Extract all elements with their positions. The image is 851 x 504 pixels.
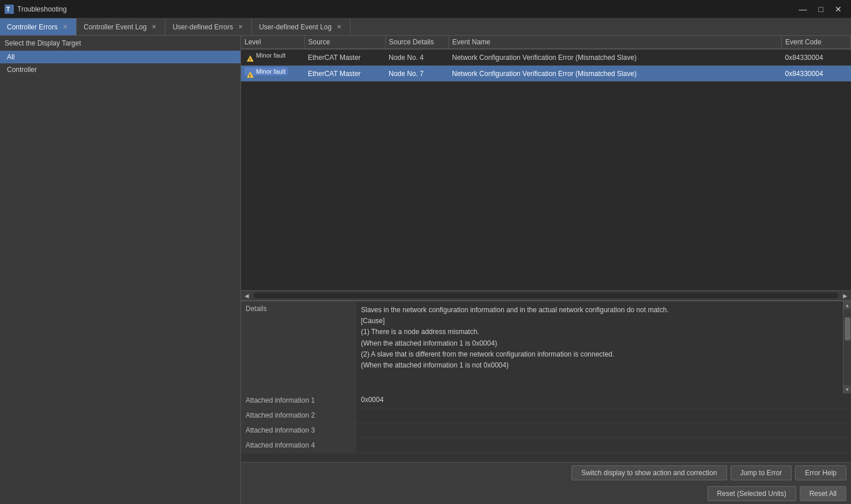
tab-close-user-defined-event-log[interactable]: ✕ [335, 23, 343, 31]
bottom-row-2: Reset (Selected Units) Reset All [241, 483, 851, 504]
attached-info-value-1: 0x0004 [356, 393, 851, 408]
display-target-header: Select the Display Target [0, 36, 240, 51]
attached-info-value-4 [356, 438, 851, 453]
reset-all-button[interactable]: Reset All [800, 486, 846, 501]
details-scroll-thumb[interactable] [845, 317, 850, 340]
attached-info-row: Attached information 3 [241, 423, 851, 438]
window-title: Troubleshooting [17, 5, 794, 13]
details-main: Details Slaves in the network configurat… [241, 301, 851, 393]
restore-button[interactable]: □ [814, 4, 828, 14]
tab-close-controller-event-log[interactable]: ✕ [150, 23, 158, 31]
horizontal-scrollbar[interactable]: ◀ ▶ [241, 290, 851, 301]
tab-user-defined-errors[interactable]: User-defined Errors ✕ [165, 18, 252, 35]
jump-to-error-button[interactable]: Jump to Error [730, 465, 792, 480]
attached-info-label-3: Attached information 3 [241, 423, 356, 438]
title-bar: T Troubleshooting — □ ✕ [0, 0, 851, 18]
bottom-bar: Switch display to show action and correc… [241, 462, 851, 504]
col-header-event-name: Event Name [449, 36, 782, 49]
scroll-left-arrow[interactable]: ◀ [242, 293, 251, 299]
details-scroll-down[interactable]: ▼ [844, 385, 852, 393]
table-row[interactable]: ! Minor fault EtherCAT MasterNode No. 7N… [241, 66, 851, 82]
scrollbar-track[interactable] [254, 293, 838, 298]
tab-close-user-defined-errors[interactable]: ✕ [236, 23, 244, 31]
details-scrollbar[interactable]: ▲ ▼ [843, 301, 851, 393]
svg-text:T: T [6, 6, 10, 13]
display-target-list: All Controller [0, 51, 240, 504]
app-icon: T [5, 5, 14, 14]
close-button[interactable]: ✕ [830, 4, 846, 14]
minimize-button[interactable]: — [794, 4, 812, 14]
list-item-all[interactable]: All [0, 51, 240, 63]
scroll-right-arrow[interactable]: ▶ [841, 293, 850, 299]
svg-text:!: ! [249, 73, 251, 78]
details-label: Details [241, 301, 356, 393]
error-help-button[interactable]: Error Help [795, 465, 846, 480]
level-badge: ! Minor fault [244, 67, 288, 75]
error-table: Level Source Source Details Event Name E… [241, 36, 851, 82]
window-controls: — □ ✕ [794, 4, 846, 14]
attached-info-value-2 [356, 408, 851, 423]
col-header-source: Source [304, 36, 385, 49]
left-panel: Select the Display Target All Controller [0, 36, 241, 504]
tab-user-defined-event-log[interactable]: User-defined Event Log ✕ [252, 18, 351, 35]
reset-selected-button[interactable]: Reset (Selected Units) [707, 486, 796, 501]
switch-display-button[interactable]: Switch display to show action and correc… [571, 465, 726, 480]
tab-bar: Controller Errors ✕ Controller Event Log… [0, 18, 851, 36]
attached-info-row: Attached information 10x0004 [241, 393, 851, 408]
level-badge: ! Minor fault [244, 51, 288, 59]
svg-text:!: ! [249, 57, 251, 62]
attached-info-row: Attached information 2 [241, 408, 851, 423]
bottom-row-1: Switch display to show action and correc… [241, 463, 851, 483]
details-value[interactable]: Slaves in the network configuration info… [356, 301, 843, 393]
attached-info-label-4: Attached information 4 [241, 438, 356, 453]
error-table-container[interactable]: Level Source Source Details Event Name E… [241, 36, 851, 290]
main-content: Select the Display Target All Controller… [0, 36, 851, 504]
details-scroll-up[interactable]: ▲ [844, 301, 852, 309]
attached-info-value-3 [356, 423, 851, 438]
attached-info-label-1: Attached information 1 [241, 393, 356, 408]
details-panel: Details Slaves in the network configurat… [241, 301, 851, 462]
attached-info-label-2: Attached information 2 [241, 408, 356, 423]
col-header-level: Level [241, 36, 304, 49]
tab-controller-event-log[interactable]: Controller Event Log ✕ [77, 18, 165, 35]
right-panel: Level Source Source Details Event Name E… [241, 36, 851, 504]
tab-controller-errors[interactable]: Controller Errors ✕ [0, 18, 77, 35]
col-header-source-details: Source Details [385, 36, 449, 49]
attached-info-row: Attached information 4 [241, 438, 851, 453]
col-header-event-code: Event Code [782, 36, 851, 49]
tab-close-controller-errors[interactable]: ✕ [61, 23, 69, 31]
list-item-controller[interactable]: Controller [0, 63, 240, 76]
table-row[interactable]: ! Minor fault EtherCAT MasterNode No. 4N… [241, 49, 851, 66]
table-header-row: Level Source Source Details Event Name E… [241, 36, 851, 49]
